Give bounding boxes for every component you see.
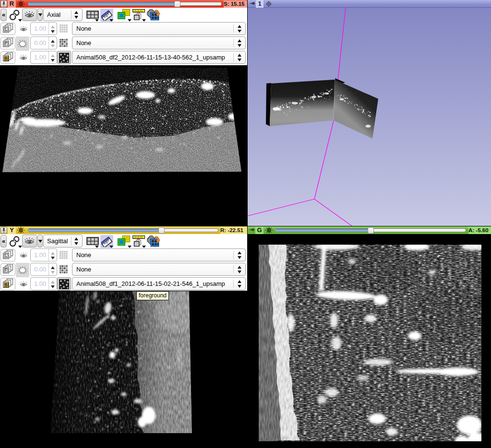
svg-text:L: L: [5, 253, 7, 258]
svg-text:F: F: [5, 268, 8, 272]
svg-text:B: B: [5, 282, 8, 287]
svg-text:L: L: [5, 27, 7, 32]
svg-text:B: B: [5, 56, 8, 61]
svg-text:F: F: [5, 41, 8, 46]
